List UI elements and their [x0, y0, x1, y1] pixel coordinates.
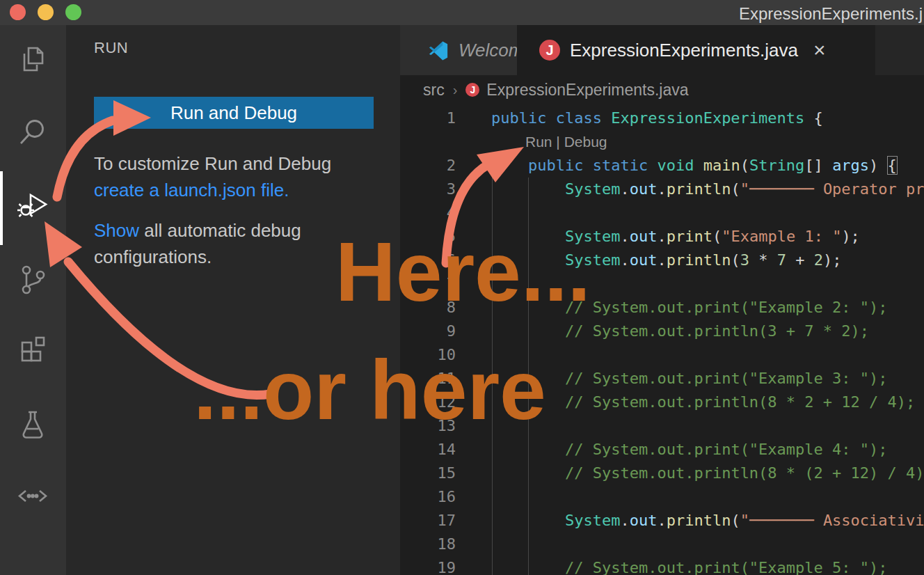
run-and-debug-icon[interactable] — [16, 189, 49, 222]
customize-paragraph: To customize Run and Debug create a laun… — [94, 150, 379, 203]
code-line: 7 — [400, 272, 924, 296]
line-text: public static void main(String[] args) { — [491, 154, 897, 178]
window-title: ExpressionExperiments.j — [739, 4, 923, 24]
line-number: 17 — [400, 509, 456, 533]
line-text: // System.out.println(8 * (2 + 12) / 4) — [491, 462, 924, 485]
source-control-icon[interactable] — [16, 262, 49, 295]
close-tab-icon[interactable]: × — [813, 40, 826, 61]
line-text: System.out.println("─────── Associativit — [491, 509, 924, 533]
code-editor[interactable]: Run | Debug 1public class ExpressionExpe… — [400, 104, 924, 575]
active-view-indicator — [0, 171, 3, 245]
line-text: // System.out.println(8 * 2 + 12 / 4); — [491, 391, 915, 414]
line-text: System.out.println(3 * 7 + 2); — [491, 249, 841, 272]
run-and-debug-button-label: Run and Debug — [170, 102, 297, 124]
line-number: 16 — [400, 485, 456, 509]
code-line: 9 // System.out.println(3 + 7 * 2); — [400, 320, 924, 343]
line-text: // System.out.print("Example 4: "); — [491, 438, 888, 462]
titlebar: ExpressionExperiments.j — [0, 0, 924, 25]
chevron-right-icon: › — [453, 82, 458, 98]
line-number: 3 — [400, 178, 456, 201]
extensions-icon[interactable] — [16, 335, 49, 368]
code-line: 19 // System.out.print("Example 5: "); — [400, 556, 924, 575]
zoom-window-button[interactable] — [65, 4, 81, 20]
run-and-debug-button[interactable]: Run and Debug — [94, 97, 374, 129]
line-number: 10 — [400, 343, 456, 367]
editor-group: Welcome J ExpressionExperiments.java × s… — [400, 25, 924, 575]
code-line: 1public class ExpressionExperiments { — [400, 107, 924, 130]
code-line: 18 — [400, 533, 924, 556]
java-file-icon: J — [539, 40, 560, 61]
tab-expressionexperiments[interactable]: J ExpressionExperiments.java × — [517, 25, 875, 75]
line-number: 19 — [400, 556, 456, 575]
code-line: 17 System.out.println("─────── Associati… — [400, 509, 924, 533]
line-text: System.out.print("Example 1: "); — [491, 225, 860, 249]
tab-bar: Welcome J ExpressionExperiments.java × — [400, 25, 924, 75]
line-number: 2 — [400, 154, 456, 178]
java-file-icon: J — [465, 83, 479, 97]
line-number: 4 — [400, 201, 456, 225]
code-line: 14 // System.out.print("Example 4: "); — [400, 438, 924, 462]
code-line: 15 // System.out.println(8 * (2 + 12) / … — [400, 462, 924, 485]
line-number: 9 — [400, 320, 456, 343]
show-configurations-paragraph: Show all automatic debug configurations. — [94, 217, 379, 270]
line-text: // System.out.print("Example 2: "); — [491, 296, 888, 320]
show-link[interactable]: Show — [94, 220, 139, 241]
run-sidebar: RUN Run and Debug To customize Run and D… — [66, 25, 400, 575]
code-line: 12 // System.out.println(8 * 2 + 12 / 4)… — [400, 391, 924, 414]
codelens-run-debug[interactable]: Run | Debug — [525, 130, 607, 154]
line-number: 14 — [400, 438, 456, 462]
code-line: 5 System.out.print("Example 1: "); — [400, 225, 924, 249]
line-text: public class ExpressionExperiments { — [491, 107, 823, 130]
code-line: 13 — [400, 414, 924, 438]
line-number: 8 — [400, 296, 456, 320]
line-text: // System.out.println(3 + 7 * 2); — [491, 320, 869, 343]
close-window-button[interactable] — [10, 4, 26, 20]
breadcrumb-folder[interactable]: src — [423, 81, 445, 100]
breadcrumb: src › J ExpressionExperiments.java — [400, 75, 924, 104]
sidebar-title: RUN — [94, 39, 128, 57]
line-text: System.out.println("─────── Operator pre — [491, 178, 924, 201]
code-line: 10 — [400, 343, 924, 367]
code-line: 2 public static void main(String[] args)… — [400, 154, 924, 178]
tab-expressionexperiments-label: ExpressionExperiments.java — [570, 40, 798, 61]
tab-welcome[interactable]: Welcome — [400, 25, 517, 75]
line-number: 11 — [400, 367, 456, 391]
breadcrumb-file[interactable]: ExpressionExperiments.java — [486, 81, 688, 100]
code-line: 4 — [400, 201, 924, 225]
code-line: 6 System.out.println(3 * 7 + 2); — [400, 249, 924, 272]
vscode-logo-icon — [428, 40, 449, 61]
customize-text: To customize Run and Debug — [94, 153, 331, 174]
code-line: 8 // System.out.print("Example 2: "); — [400, 296, 924, 320]
code-line: 11 // System.out.print("Example 3: "); — [400, 367, 924, 391]
line-number: 18 — [400, 533, 456, 556]
line-number: 5 — [400, 225, 456, 249]
line-number: 15 — [400, 462, 456, 485]
create-launch-json-link[interactable]: create a launch.json file. — [94, 180, 289, 200]
line-text: // System.out.print("Example 5: "); — [491, 556, 888, 575]
line-number: 1 — [400, 107, 456, 130]
line-text: // System.out.print("Example 3: "); — [491, 367, 888, 391]
line-number: 13 — [400, 414, 456, 438]
code-line: 3 System.out.println("─────── Operator p… — [400, 178, 924, 201]
activity-bar — [0, 25, 66, 575]
minimize-window-button[interactable] — [38, 4, 54, 20]
line-number: 7 — [400, 272, 456, 296]
explorer-icon[interactable] — [16, 42, 49, 76]
remote-code-icon[interactable] — [16, 479, 49, 512]
search-icon[interactable] — [16, 116, 49, 149]
line-number: 6 — [400, 249, 456, 272]
vscode-window: ExpressionExperiments.j — [0, 0, 924, 575]
line-number: 12 — [400, 391, 456, 414]
testing-icon[interactable] — [16, 408, 49, 441]
code-line: 16 — [400, 485, 924, 509]
